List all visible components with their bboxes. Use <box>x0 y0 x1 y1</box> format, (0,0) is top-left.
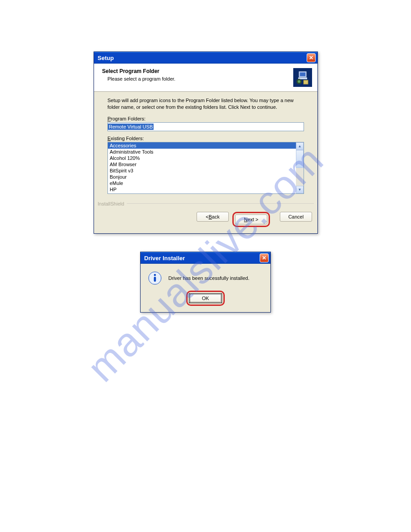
existing-folders-items: Accessories Administrative Tools Alcohol… <box>108 142 296 193</box>
existing-folders-listbox[interactable]: Accessories Administrative Tools Alcohol… <box>107 142 304 194</box>
list-item[interactable]: eMule <box>108 180 296 186</box>
setup-header-text: Select Program Folder Please select a pr… <box>102 68 176 82</box>
setup-buttons-row: < Back Next > Cancel <box>94 210 317 233</box>
driver-installer-dialog: Driver Installer ✕ Driver has been suces… <box>140 252 271 313</box>
back-accel: B <box>209 214 212 219</box>
installer-icon <box>293 68 312 87</box>
back-button[interactable]: < Back <box>197 212 229 222</box>
info-icon <box>148 271 162 285</box>
next-button[interactable]: Next > <box>235 215 267 224</box>
program-folder-value: Remote Virtual USB <box>108 124 154 130</box>
scroll-thumb[interactable] <box>296 150 304 168</box>
setup-dialog: Setup ✕ Select Program Folder Please sel… <box>94 51 318 234</box>
svg-rect-5 <box>304 80 308 84</box>
scroll-up-button[interactable]: ▲ <box>296 142 304 150</box>
cancel-button[interactable]: Cancel <box>280 212 312 222</box>
close-button[interactable]: ✕ <box>307 53 316 62</box>
driver-message: Driver has been sucessfully installed. <box>168 275 249 281</box>
svg-rect-9 <box>154 277 156 282</box>
scroll-track[interactable] <box>296 168 304 186</box>
svg-rect-1 <box>300 73 305 76</box>
driver-body: Driver has been sucessfully installed. <box>141 264 270 291</box>
existing-folders-label-rest: xisting Folders: <box>111 136 144 141</box>
close-button[interactable]: ✕ <box>260 253 269 262</box>
branding-row: InstallShield <box>94 197 317 210</box>
list-item[interactable]: Lavasoft Ad-Aware SE Personal <box>108 193 296 193</box>
next-rest: ext > <box>248 217 258 222</box>
setup-heading: Select Program Folder <box>102 68 176 74</box>
ok-button[interactable]: OK <box>189 293 222 303</box>
svg-point-8 <box>154 274 156 276</box>
scroll-down-button[interactable]: ▼ <box>296 186 304 193</box>
setup-title: Setup <box>98 55 114 61</box>
close-icon: ✕ <box>262 255 266 261</box>
list-item[interactable]: AM Browser <box>108 161 296 167</box>
list-item[interactable]: BitSpirit v3 <box>108 167 296 174</box>
next-button-highlight: Next > <box>232 212 270 227</box>
list-item[interactable]: Alcohol 120% <box>108 155 296 161</box>
svg-point-4 <box>298 80 300 83</box>
list-item[interactable]: Accessories <box>108 142 296 149</box>
driver-button-row: OK <box>141 291 270 312</box>
next-accel: N <box>244 217 248 222</box>
branding-divider <box>127 203 314 204</box>
listbox-scrollbar[interactable]: ▲ ▼ <box>296 142 304 193</box>
program-folders-label: Program Folders: <box>107 116 304 121</box>
program-folder-input[interactable]: Remote Virtual USB <box>107 122 304 131</box>
chevron-up-icon: ▲ <box>298 144 302 148</box>
setup-titlebar[interactable]: Setup ✕ <box>94 52 317 64</box>
program-folders-label-rest: rogram Folders: <box>111 116 146 121</box>
installshield-label: InstallShield <box>98 201 124 206</box>
close-icon: ✕ <box>309 55 313 61</box>
setup-subheading: Please select a program folder. <box>107 76 176 82</box>
list-item[interactable]: HP <box>108 186 296 193</box>
setup-instructions: Setup will add program icons to the Prog… <box>107 97 304 111</box>
chevron-down-icon: ▼ <box>298 188 302 192</box>
ok-button-highlight: OK <box>186 291 225 306</box>
setup-body: Setup will add program icons to the Prog… <box>94 92 317 197</box>
list-item[interactable]: Administrative Tools <box>108 149 296 155</box>
driver-titlebar[interactable]: Driver Installer ✕ <box>141 252 270 264</box>
existing-folders-label: Existing Folders: <box>107 136 304 141</box>
driver-title: Driver Installer <box>144 255 185 262</box>
list-item[interactable]: Bonjour <box>108 174 296 180</box>
setup-header-panel: Select Program Folder Please select a pr… <box>94 64 317 92</box>
back-rest: ack <box>212 214 219 219</box>
